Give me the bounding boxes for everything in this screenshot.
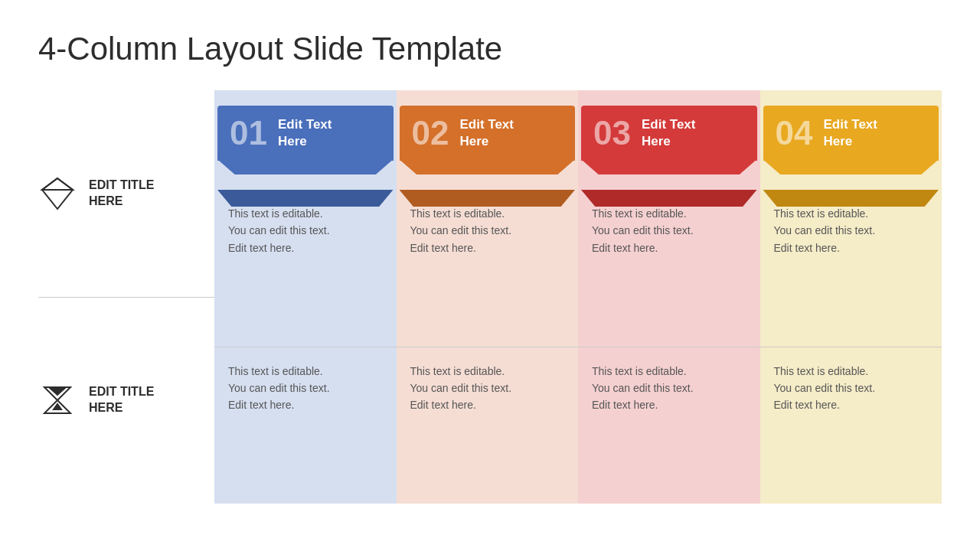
banner-2: 02 Edit Text Here <box>400 106 576 161</box>
data-cell-3-1[interactable]: This text is editable. You can edit this… <box>578 190 760 347</box>
col-wrapper-3: 03 Edit Text Here <box>578 90 760 190</box>
data-cell-4-1[interactable]: This text is editable. You can edit this… <box>760 190 942 347</box>
banner-fold-3 <box>581 190 757 207</box>
data-cell-3-2[interactable]: This text is editable. You can edit this… <box>578 347 760 504</box>
col-wrapper-2: 02 Edit Text Here <box>397 90 579 190</box>
sidebar-row-1: EDIT TITLE HERE <box>38 90 214 298</box>
banner-text-1[interactable]: Edit Text Here <box>278 116 332 150</box>
banner-number-2: 02 <box>412 116 449 150</box>
hourglass-icon <box>38 381 77 419</box>
header-row: 01 Edit Text Here 02 Edit Text Here <box>214 90 942 190</box>
banner-fold-4 <box>763 190 939 207</box>
data-rows: This text is editable. You can edit this… <box>214 190 942 504</box>
banner-text-4[interactable]: Edit Text Here <box>823 116 877 150</box>
col-wrapper-1: 01 Edit Text Here <box>214 90 397 190</box>
slide: 4-Column Layout Slide Template EDIT TITL… <box>0 0 980 551</box>
sidebar-label-2[interactable]: EDIT TITLE HERE <box>89 384 154 416</box>
col-wrapper-4: 04 Edit Text Here <box>760 90 942 190</box>
sidebar-row-2: EDIT TITLE HERE <box>38 298 214 504</box>
banner-number-4: 04 <box>776 116 813 150</box>
data-cell-2-1[interactable]: This text is editable. You can edit this… <box>397 190 579 347</box>
data-cell-2-2[interactable]: This text is editable. You can edit this… <box>397 347 579 504</box>
slide-title[interactable]: 4-Column Layout Slide Template <box>38 31 942 67</box>
data-cell-1-1[interactable]: This text is editable. You can edit this… <box>214 190 397 347</box>
banner-number-1: 01 <box>230 116 267 150</box>
data-cell-4-2[interactable]: This text is editable. You can edit this… <box>760 347 942 504</box>
banner-text-3[interactable]: Edit Text Here <box>642 116 696 150</box>
data-cell-1-2[interactable]: This text is editable. You can edit this… <box>214 347 397 504</box>
banner-4: 04 Edit Text Here <box>763 106 939 161</box>
svg-marker-0 <box>42 178 73 209</box>
svg-marker-1 <box>42 178 73 190</box>
sidebar-label-1[interactable]: EDIT TITLE HERE <box>89 178 154 210</box>
banner-3: 03 Edit Text Here <box>581 106 757 161</box>
columns-area: 01 Edit Text Here 02 Edit Text Here <box>214 90 942 504</box>
left-sidebar: EDIT TITLE HERE EDIT TITLE HERE <box>38 90 214 504</box>
banner-1: 01 Edit Text Here <box>217 106 394 161</box>
data-row-1: This text is editable. You can edit this… <box>214 190 942 347</box>
banner-fold-2 <box>400 190 576 207</box>
banner-fold-1 <box>217 190 394 207</box>
diamond-icon <box>38 174 77 213</box>
data-row-2: This text is editable. You can edit this… <box>214 347 942 504</box>
main-content: EDIT TITLE HERE EDIT TITLE HERE <box>38 90 942 504</box>
banner-number-3: 03 <box>593 116 631 150</box>
banner-text-2[interactable]: Edit Text Here <box>459 116 514 150</box>
